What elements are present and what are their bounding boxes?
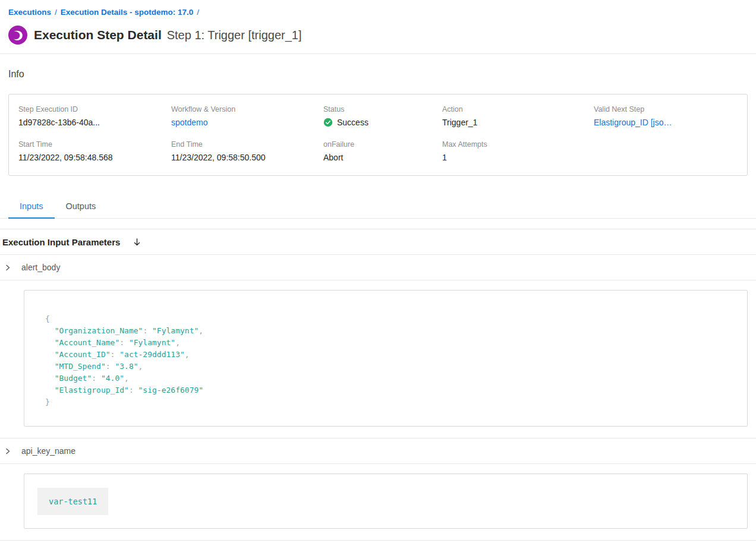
field-start-time: Start Time 11/23/2022, 09:58:48.568 bbox=[18, 140, 171, 162]
alert-body-code-card: { "Organization_Name": "Fylamynt", "Acco… bbox=[24, 290, 748, 427]
divider bbox=[0, 463, 756, 464]
api-key-name-value: var-test11 bbox=[37, 488, 108, 515]
field-max-attempts: Max Attempts 1 bbox=[442, 140, 594, 162]
alert-body-json-viewer: { "Organization_Name": "Fylamynt", "Acco… bbox=[45, 313, 735, 408]
field-end-time: End Time 11/23/2022, 09:58:50.500 bbox=[171, 140, 323, 162]
breadcrumb: Executions/Execution Details - spotdemo:… bbox=[0, 0, 756, 17]
status-text: Success bbox=[337, 118, 368, 127]
field-value: 1 bbox=[442, 153, 594, 162]
chevron-right-icon[interactable] bbox=[4, 447, 11, 455]
param-row-alert-body[interactable]: alert_body bbox=[0, 255, 756, 280]
info-card: Step Execution ID 1d97828c-13b6-40a... W… bbox=[8, 94, 748, 176]
field-value: 1d97828c-13b6-40a... bbox=[18, 118, 171, 127]
field-label: Max Attempts bbox=[442, 140, 594, 149]
breadcrumb-separator: / bbox=[55, 8, 57, 17]
field-on-failure: onFailure Abort bbox=[323, 140, 442, 162]
tabs-bar: Inputs Outputs bbox=[0, 195, 756, 219]
tab-inputs[interactable]: Inputs bbox=[8, 195, 55, 219]
param-row-api-key-value[interactable]: api_key_value bbox=[0, 541, 756, 546]
arrow-down-icon[interactable] bbox=[133, 238, 141, 247]
breadcrumb-link-executions[interactable]: Executions bbox=[8, 8, 51, 17]
page-subtitle: Step 1: Trigger [trigger_1] bbox=[167, 29, 302, 42]
status-value: Success bbox=[323, 118, 442, 127]
info-grid: Step Execution ID 1d97828c-13b6-40a... W… bbox=[18, 105, 738, 162]
execution-input-parameters-header: Execution Input Parameters bbox=[0, 229, 756, 254]
tab-outputs[interactable]: Outputs bbox=[55, 195, 108, 219]
valid-next-step-link[interactable]: Elastigroup_ID [jso… bbox=[594, 118, 736, 127]
field-value: Abort bbox=[323, 153, 442, 162]
page-title: Execution Step Detail bbox=[34, 28, 162, 42]
param-name: api_key_name bbox=[21, 446, 75, 456]
field-label: Valid Next Step bbox=[594, 105, 738, 113]
field-status: Status Success bbox=[323, 105, 442, 127]
field-value: Trigger_1 bbox=[442, 118, 594, 127]
field-label: onFailure bbox=[323, 140, 442, 149]
page-header: Execution Step Detail Step 1: Trigger [t… bbox=[0, 26, 756, 45]
param-row-api-key-name[interactable]: api_key_name bbox=[0, 438, 756, 463]
workflow-link[interactable]: spotdemo bbox=[171, 118, 314, 127]
field-value: 11/23/2022, 09:58:48.568 bbox=[18, 153, 171, 162]
app-logo-icon bbox=[8, 26, 27, 45]
field-value: 11/23/2022, 09:58:50.500 bbox=[171, 153, 323, 162]
field-label: Start Time bbox=[18, 140, 171, 149]
field-label: Status bbox=[323, 105, 442, 113]
info-section-title: Info bbox=[0, 69, 756, 80]
field-label: End Time bbox=[171, 140, 323, 149]
divider bbox=[0, 280, 756, 280]
field-valid-next-step: Valid Next Step Elastigroup_ID [jso… bbox=[594, 105, 738, 127]
api-key-name-code-card: var-test11 bbox=[24, 474, 748, 529]
chevron-right-icon[interactable] bbox=[4, 264, 11, 272]
breadcrumb-separator: / bbox=[197, 8, 199, 17]
field-workflow-version: Workflow & Version spotdemo bbox=[171, 105, 323, 127]
field-action: Action Trigger_1 bbox=[442, 105, 594, 127]
execution-input-parameters-title: Execution Input Parameters bbox=[2, 237, 120, 247]
execution-step-detail-page: Executions/Execution Details - spotdemo:… bbox=[0, 0, 756, 546]
field-label: Step Execution ID bbox=[18, 105, 171, 113]
breadcrumb-link-execution-details[interactable]: Execution Details - spotdemo: 17.0 bbox=[61, 8, 194, 17]
divider bbox=[0, 53, 756, 54]
field-step-execution-id: Step Execution ID 1d97828c-13b6-40a... bbox=[18, 105, 171, 127]
field-label: Workflow & Version bbox=[171, 105, 323, 113]
field-label: Action bbox=[442, 105, 594, 113]
success-icon bbox=[323, 118, 333, 127]
param-name: alert_body bbox=[21, 263, 60, 272]
